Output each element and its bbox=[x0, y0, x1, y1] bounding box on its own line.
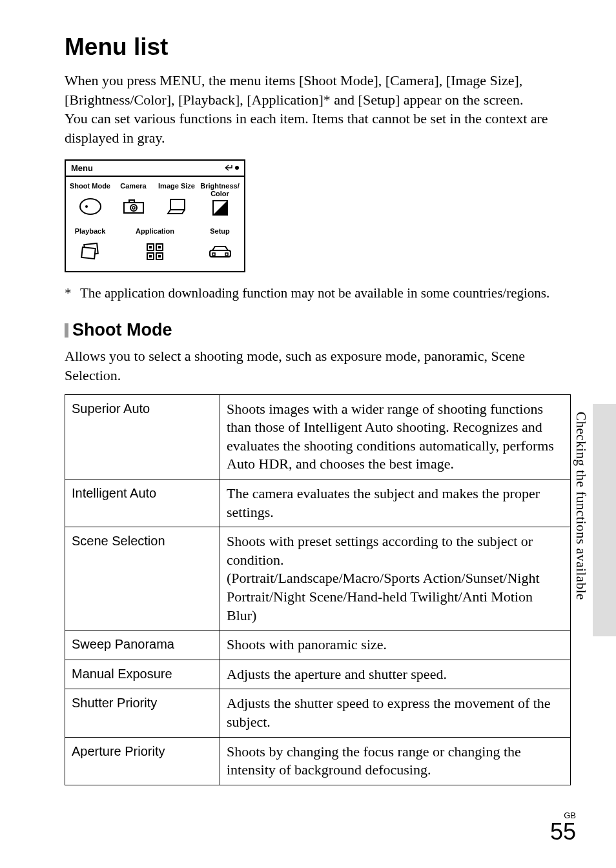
playback-icon bbox=[79, 243, 101, 263]
mode-description: Shoots with preset settings according to… bbox=[220, 527, 571, 631]
section-text: Allows you to select a shooting mode, su… bbox=[65, 347, 571, 385]
page-footer: GB 55 bbox=[550, 811, 576, 843]
mode-description: Adjusts the shutter speed to express the… bbox=[220, 689, 571, 737]
svg-point-5 bbox=[132, 207, 135, 209]
page-title: Menu list bbox=[65, 34, 571, 61]
svg-point-1 bbox=[85, 205, 88, 208]
mode-description: Shoots by changing the focus range or ch… bbox=[220, 737, 571, 785]
table-row: Aperture PriorityShoots by changing the … bbox=[65, 737, 571, 785]
footnote-marker: * bbox=[65, 284, 80, 302]
svg-rect-9 bbox=[81, 247, 96, 259]
menu-item-application: Application bbox=[112, 227, 198, 241]
menu-item-playback: Playback bbox=[68, 227, 112, 241]
menu-item-image-size: Image Size bbox=[155, 182, 198, 196]
menu-item-setup: Setup bbox=[198, 227, 241, 241]
mode-label: Manual Exposure bbox=[65, 660, 220, 689]
footnote: * The application downloading function m… bbox=[65, 284, 571, 302]
mode-description: The camera evaluates the subject and mak… bbox=[220, 479, 571, 527]
svg-rect-14 bbox=[149, 246, 152, 248]
table-row: Scene SelectionShoots with preset settin… bbox=[65, 527, 571, 631]
image-size-icon bbox=[167, 198, 187, 217]
table-row: Superior AutoShoots images with a wider … bbox=[65, 394, 571, 479]
mode-label: Sweep Panorama bbox=[65, 631, 220, 660]
mode-description: Adjusts the aperture and shutter speed. bbox=[220, 660, 571, 689]
side-section-label: Checking the functions available bbox=[573, 412, 589, 600]
mode-description: Shoots images with a wider range of shoo… bbox=[220, 394, 571, 479]
svg-point-0 bbox=[80, 199, 101, 214]
application-icon bbox=[146, 243, 164, 263]
menu-item-brightness: Brightness/ Color bbox=[198, 182, 241, 197]
mode-label: Intelligent Auto bbox=[65, 479, 220, 527]
side-tab bbox=[593, 404, 616, 636]
table-row: Shutter PriorityAdjusts the shutter spee… bbox=[65, 689, 571, 737]
intro-text: When you press MENU, the menu items [Sho… bbox=[65, 71, 571, 148]
section-bar-icon bbox=[65, 323, 68, 338]
setup-icon bbox=[209, 245, 232, 261]
table-row: Sweep PanoramaShoots with panoramic size… bbox=[65, 631, 571, 660]
svg-point-4 bbox=[130, 205, 137, 211]
mode-label: Scene Selection bbox=[65, 527, 220, 631]
mode-label: Shutter Priority bbox=[65, 689, 220, 737]
mode-label: Superior Auto bbox=[65, 394, 220, 479]
menu-item-shoot-mode: Shoot Mode bbox=[68, 182, 112, 196]
page-number: 55 bbox=[550, 820, 576, 843]
menu-diagram-title: Menu bbox=[71, 163, 93, 173]
table-row: Manual ExposureAdjusts the aperture and … bbox=[65, 660, 571, 689]
svg-rect-16 bbox=[149, 255, 152, 257]
back-icon bbox=[224, 165, 239, 171]
camera-icon bbox=[123, 199, 145, 217]
menu-diagram: Menu Shoot Mode Camera bbox=[65, 159, 245, 272]
footnote-text: The application downloading function may… bbox=[80, 284, 549, 302]
shoot-mode-table: Superior AutoShoots images with a wider … bbox=[65, 394, 571, 785]
mode-description: Shoots with panoramic size. bbox=[220, 631, 571, 660]
table-row: Intelligent AutoThe camera evaluates the… bbox=[65, 479, 571, 527]
section-title: Shoot Mode bbox=[72, 320, 172, 340]
mode-label: Aperture Priority bbox=[65, 737, 220, 785]
shoot-mode-icon bbox=[79, 197, 102, 218]
brightness-icon bbox=[212, 199, 229, 219]
menu-item-camera: Camera bbox=[112, 182, 155, 196]
svg-rect-20 bbox=[225, 253, 228, 256]
svg-rect-6 bbox=[170, 199, 185, 210]
svg-rect-17 bbox=[158, 255, 161, 257]
svg-rect-19 bbox=[212, 253, 215, 256]
svg-rect-3 bbox=[129, 200, 134, 203]
svg-rect-15 bbox=[158, 246, 161, 248]
